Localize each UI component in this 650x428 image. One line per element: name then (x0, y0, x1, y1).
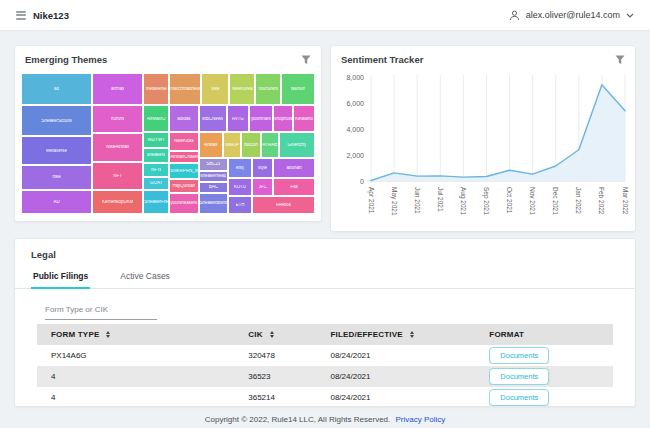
treemap-tile-adidas[interactable]: adidas (169, 105, 198, 132)
treemap-tile-metaverse[interactable]: Metaverse (21, 136, 92, 165)
treemap-tile-snkrprn_m_id[interactable]: SNKRPRN_M_ID (169, 163, 198, 179)
cell: 4 (51, 372, 248, 381)
treemap-tile-nft[interactable]: NFT (92, 162, 143, 190)
menu-icon[interactable] (16, 11, 26, 20)
sort-icon[interactable] (106, 331, 110, 339)
treemap-tile-poshmark[interactable]: poshmark (249, 105, 273, 132)
treemap-tile-mbcnews[interactable]: MBCNews (199, 105, 227, 132)
cell: 36523 (248, 372, 330, 381)
footer: Copyright © 2022, Rule14 LLC, All Rights… (0, 415, 650, 424)
treemap-tile-wdywt[interactable]: WDYWT (143, 132, 169, 148)
treemap-tile-nfts[interactable]: NFTs (143, 163, 169, 177)
treemap-tile-nunvrs[interactable]: nunvrs (92, 105, 143, 133)
treemap-tile-jfc[interactable]: JFC (252, 178, 273, 196)
treemap-tile-style[interactable]: style (252, 158, 273, 178)
svg-text:Mar 2022: Mar 2022 (622, 187, 629, 215)
documents-button[interactable]: Documents (489, 389, 549, 406)
svg-text:2,000: 2,000 (346, 152, 364, 159)
treemap-tile-ketaland[interactable]: Ketaland (293, 105, 315, 132)
treemap-tile-bac[interactable]: BAC (199, 182, 228, 193)
treemap-tile-fashion[interactable]: fashion (281, 73, 315, 105)
treemap-tile-reebok[interactable]: Reebok (252, 196, 315, 214)
treemap-tile-sneakerbisnis[interactable]: SneakerBisnis (199, 193, 228, 214)
sort-icon[interactable] (410, 331, 414, 339)
cell: 08/24/2021 (330, 372, 489, 381)
documents-button[interactable]: Documents (489, 347, 549, 364)
filing-search-input[interactable] (45, 305, 157, 320)
cell: 08/24/2021 (330, 393, 489, 402)
treemap-tile-yoursneakers[interactable]: yoursneakers (169, 193, 198, 214)
cell: 320478 (248, 351, 330, 360)
cell: 4 (51, 393, 248, 402)
treemap-tile-nikeairmax[interactable]: NikeAirMax (92, 133, 143, 162)
svg-text:Sep 2021: Sep 2021 (482, 187, 490, 215)
legal-card: Legal Public FilingsActive Cases FORM TY… (14, 238, 636, 407)
treemap-tile-abonart[interactable]: abonart (273, 158, 315, 178)
treemap-tile-sneakers[interactable]: sneakers (143, 148, 169, 164)
privacy-policy-link[interactable]: Privacy Policy (395, 415, 445, 424)
treemap-tile-eth[interactable]: ETH (228, 196, 252, 214)
treemap-tile-goat[interactable]: GOAT (143, 177, 169, 190)
treemap-tile-rvtg[interactable]: RvTG (227, 105, 249, 132)
sentiment-tracker-card: Sentiment Tracker 02,0004,0006,0008,000A… (330, 45, 636, 232)
account-menu[interactable]: alex.oliver@rule14.com (509, 10, 634, 21)
treemap-tile-marchmadness[interactable]: marchmadness (169, 73, 201, 105)
svg-text:Apr 2021: Apr 2021 (367, 187, 375, 214)
emerging-themes-title: Emerging Themes (25, 54, 107, 65)
treemap-tile-airmaxio[interactable]: AirMaxIO (143, 105, 169, 132)
chevron-down-icon (626, 13, 634, 18)
treemap-tile-nikekicks[interactable]: NikeKicks (169, 132, 198, 150)
treemap-tile-sneakerscouts[interactable]: SneakerScouts (21, 105, 92, 136)
treemap-tile-sneakerhead[interactable]: sneakerhead (199, 171, 228, 182)
treemap-tile-kotd[interactable]: KOTD (228, 178, 252, 196)
treemap-tile-hajiqurban[interactable]: HajiQurban (169, 179, 198, 193)
treemap-tile-bitcoin[interactable]: Bitcoin (241, 132, 261, 158)
treemap-tile-sneakerfreakerfam[interactable]: SneakerFreakerFam (143, 190, 169, 214)
sort-icon[interactable] (270, 331, 274, 339)
treemap-tile-nikekorea[interactable]: NikeKorea (229, 73, 255, 105)
column-header-format: FORMAT (489, 330, 599, 339)
svg-text:Jan 2022: Jan 2022 (575, 187, 582, 214)
sentiment-line-chart: 02,0004,0006,0008,000Apr 2021May 2021Jun… (335, 71, 633, 229)
tab-active-cases[interactable]: Active Cases (118, 267, 172, 289)
treemap-tile-yoursnkrs[interactable]: YourSnkrs (255, 73, 281, 105)
cell: PX14A6G (51, 351, 248, 360)
treemap-tile-ad[interactable]: ad (21, 73, 92, 105)
treemap-tile-fila[interactable]: Fila (273, 178, 315, 196)
treemap-tile-sbc21[interactable]: SBC21 (199, 158, 228, 170)
svg-text:Aug 2021: Aug 2021 (459, 187, 467, 215)
treemap-tile-nike[interactable]: Nike (201, 73, 229, 105)
svg-text:Nov 2021: Nov 2021 (529, 187, 536, 215)
treemap-tile-ad[interactable]: AD (21, 190, 92, 214)
column-header-cik[interactable]: CIK (248, 330, 330, 339)
brand: Nike123 (16, 10, 69, 21)
svg-text:Dec 2021: Dec 2021 (552, 187, 559, 215)
filings-table: FORM TYPECIKFILED/EFFECTIVEFORMATPX14A6G… (37, 324, 613, 408)
treemap-tile-airmax[interactable]: airmax (92, 73, 143, 105)
treemap-tile-kemenkopukm[interactable]: KemenkopUKM (92, 190, 143, 214)
treemap-tile-shopnow[interactable]: shopnow (273, 105, 292, 132)
column-header-form-type[interactable]: FORM TYPE (51, 330, 248, 339)
svg-text:4,000: 4,000 (346, 126, 364, 133)
treemap-tile-airmaxchallenge[interactable]: AirMaxChallenge (169, 151, 198, 164)
copyright-text: Copyright © 2022, Rule14 LLC, All Rights… (205, 415, 391, 424)
column-header-filed-effective[interactable]: FILED/EFFECTIVE (330, 330, 489, 339)
svg-text:Jun 2021: Jun 2021 (414, 187, 421, 214)
app-bar: Nike123 alex.oliver@rule14.com (0, 0, 650, 31)
svg-text:0: 0 (360, 178, 364, 185)
svg-text:Jul 2021: Jul 2021 (437, 187, 444, 212)
treemap-tile-nikejp[interactable]: NikeJP (223, 132, 241, 158)
treemap-tile-ayrab[interactable]: AYRAB (261, 132, 279, 158)
brand-name: Nike123 (33, 10, 69, 21)
tab-public-filings[interactable]: Public Filings (31, 267, 90, 289)
treemap-tile-etsy[interactable]: etsy (228, 158, 252, 178)
filter-icon[interactable] (301, 55, 311, 65)
svg-text:May 2021: May 2021 (390, 187, 398, 216)
treemap-tile-givenchy[interactable]: Givenchy (279, 132, 315, 158)
treemap-tile-nike[interactable]: nike (21, 165, 92, 190)
treemap-tile-airmax[interactable]: AirMax (199, 132, 223, 158)
filter-icon[interactable] (615, 55, 625, 65)
documents-button[interactable]: Documents (489, 368, 549, 385)
treemap-tile-metaverse[interactable]: metaverse (143, 73, 169, 105)
svg-text:Feb 2022: Feb 2022 (598, 187, 605, 215)
